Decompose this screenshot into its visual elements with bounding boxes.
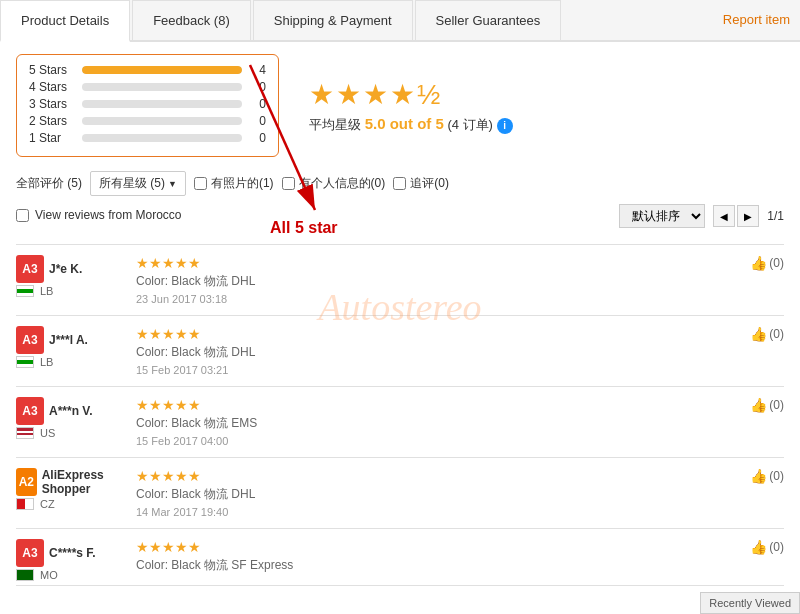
bar-count-5: 4 — [250, 63, 266, 77]
bar-bg-4 — [82, 83, 242, 91]
review-item: A3 J*e K. LB ★★★★★ Color: Black 物流 DHL 2… — [16, 245, 784, 316]
reviewer-country: CZ — [40, 498, 55, 510]
star-row-1: 1 Star 0 — [29, 131, 266, 145]
review-stars: ★★★★★ — [136, 539, 724, 555]
review-content: ★★★★★ Color: Black 物流 DHL 15 Feb 2017 03… — [136, 326, 724, 376]
personal-info-input[interactable] — [282, 177, 295, 190]
rating-section: 5 Stars 4 4 Stars 0 3 Stars 0 2 Stars — [16, 54, 784, 157]
reviewer-name: J***l A. — [49, 333, 88, 347]
review-content: ★★★★★ Color: Black 物流 EMS 15 Feb 2017 04… — [136, 397, 724, 447]
review-stars: ★★★★★ — [136, 255, 724, 271]
like-button[interactable]: 👍 (0) — [734, 468, 784, 484]
like-count: (0) — [769, 256, 784, 270]
review-item: A3 A***n V. US ★★★★★ Color: Black 物流 EMS… — [16, 387, 784, 458]
followup-checkbox[interactable]: 追评(0) — [393, 175, 449, 192]
reviewer-col: A3 J***l A. LB — [16, 326, 126, 368]
review-actions: 👍 (0) — [734, 255, 784, 271]
avatar: A2 — [16, 468, 37, 496]
star-row-4: 4 Stars 0 — [29, 80, 266, 94]
reviewer-col: A3 A***n V. US — [16, 397, 126, 439]
review-item: A3 C****s F. MO ★★★★★ Color: Black 物流 SF… — [16, 529, 784, 586]
with-photo-input[interactable] — [194, 177, 207, 190]
review-list: A3 J*e K. LB ★★★★★ Color: Black 物流 DHL 2… — [16, 244, 784, 586]
reviewer-col: A2 AliExpress Shopper CZ — [16, 468, 126, 510]
like-count: (0) — [769, 540, 784, 554]
bar-count-4: 0 — [250, 80, 266, 94]
review-content: ★★★★★ Color: Black 物流 DHL 14 Mar 2017 19… — [136, 468, 724, 518]
tab-seller-guarantees[interactable]: Seller Guarantees — [415, 0, 562, 40]
review-actions: 👍 (0) — [734, 539, 784, 555]
reviewer-col: A3 J*e K. LB — [16, 255, 126, 297]
reviewer-row: A3 C****s F. — [16, 539, 126, 567]
reviewer-row: A3 A***n V. — [16, 397, 126, 425]
review-date: 14 Mar 2017 19:40 — [136, 506, 724, 518]
followup-input[interactable] — [393, 177, 406, 190]
prev-page-btn[interactable]: ◀ — [713, 205, 735, 227]
flag-icon — [16, 356, 34, 368]
thumbs-up-icon: 👍 — [750, 539, 767, 555]
page-nav: ◀ ▶ — [713, 205, 759, 227]
review-content: ★★★★★ Color: Black 物流 SF Express — [136, 539, 724, 574]
bar-bg-2 — [82, 117, 242, 125]
flag-icon — [16, 427, 34, 439]
like-button[interactable]: 👍 (0) — [734, 397, 784, 413]
avg-text: 平均星级 5.0 out of 5 (4 订单) i — [309, 115, 513, 134]
like-button[interactable]: 👍 (0) — [734, 539, 784, 555]
like-count: (0) — [769, 469, 784, 483]
review-stars: ★★★★★ — [136, 468, 724, 484]
star-row-2: 2 Stars 0 — [29, 114, 266, 128]
review-actions: 👍 (0) — [734, 326, 784, 342]
avatar: A3 — [16, 255, 44, 283]
orders-count: (4 订单) — [447, 117, 493, 132]
flag-icon — [16, 569, 34, 581]
review-content: ★★★★★ Color: Black 物流 DHL 23 Jun 2017 03… — [136, 255, 724, 305]
star-label-3: 3 Stars — [29, 97, 74, 111]
morocco-checkbox[interactable] — [16, 209, 29, 222]
with-photo-label: 有照片的(1) — [211, 175, 274, 192]
filter-row: 全部评价 (5) 所有星级 (5) ▼ 有照片的(1) 有个人信息的(0) 追评… — [16, 171, 784, 196]
morocco-label: View reviews from Morocco — [35, 208, 181, 222]
review-date: 15 Feb 2017 04:00 — [136, 435, 724, 447]
bar-bg-5 — [82, 66, 242, 74]
review-item: A2 AliExpress Shopper CZ ★★★★★ Color: Bl… — [16, 458, 784, 529]
review-detail: Color: Black 物流 DHL — [136, 344, 724, 361]
page-info: 1/1 — [767, 209, 784, 223]
bar-count-3: 0 — [250, 97, 266, 111]
info-icon[interactable]: i — [497, 118, 513, 134]
star-label-1: 1 Star — [29, 131, 74, 145]
review-date: 23 Jun 2017 03:18 — [136, 293, 724, 305]
review-item: A3 J***l A. LB ★★★★★ Color: Black 物流 DHL… — [16, 316, 784, 387]
morocco-row: View reviews from Morocco — [16, 208, 181, 222]
reviewer-country: LB — [40, 356, 53, 368]
like-button[interactable]: 👍 (0) — [734, 326, 784, 342]
recently-viewed-label[interactable]: Recently Viewed — [700, 592, 800, 614]
reviewer-col: A3 C****s F. MO — [16, 539, 126, 581]
thumbs-up-icon: 👍 — [750, 397, 767, 413]
reviewer-country: US — [40, 427, 55, 439]
report-item-link[interactable]: Report item — [713, 0, 800, 40]
bar-bg-1 — [82, 134, 242, 142]
flag-icon — [16, 285, 34, 297]
review-detail: Color: Black 物流 SF Express — [136, 557, 724, 574]
tab-shipping[interactable]: Shipping & Payment — [253, 0, 413, 40]
thumbs-up-icon: 👍 — [750, 326, 767, 342]
reviewer-row: A3 J*e K. — [16, 255, 126, 283]
tab-spacer — [563, 0, 712, 40]
star-bars-container: 5 Stars 4 4 Stars 0 3 Stars 0 2 Stars — [16, 54, 279, 157]
personal-info-checkbox[interactable]: 有个人信息的(0) — [282, 175, 386, 192]
like-button[interactable]: 👍 (0) — [734, 255, 784, 271]
star-label-4: 4 Stars — [29, 80, 74, 94]
review-detail: Color: Black 物流 DHL — [136, 486, 724, 503]
main-content: 5 Stars 4 4 Stars 0 3 Stars 0 2 Stars — [0, 42, 800, 598]
reviewer-row: A2 AliExpress Shopper — [16, 468, 126, 496]
sort-select[interactable]: 默认排序 — [619, 204, 705, 228]
review-detail: Color: Black 物流 EMS — [136, 415, 724, 432]
reviewer-row: A3 J***l A. — [16, 326, 126, 354]
tab-feedback[interactable]: Feedback (8) — [132, 0, 251, 40]
all-stars-filter[interactable]: 所有星级 (5) ▼ — [90, 171, 186, 196]
thumbs-up-icon: 👍 — [750, 255, 767, 271]
avg-label: 平均星级 — [309, 117, 361, 132]
next-page-btn[interactable]: ▶ — [737, 205, 759, 227]
tab-product-details[interactable]: Product Details — [0, 0, 130, 42]
with-photo-checkbox[interactable]: 有照片的(1) — [194, 175, 274, 192]
